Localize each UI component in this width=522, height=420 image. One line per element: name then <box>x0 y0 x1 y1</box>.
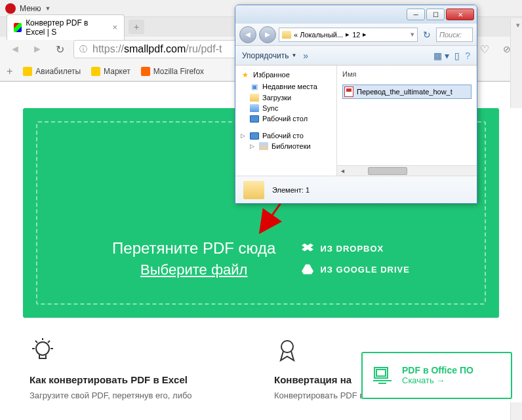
open-icon[interactable]: » <box>303 50 308 61</box>
badge-icon <box>274 337 300 364</box>
chevron-down-icon: ▼ <box>45 5 50 12</box>
bookmark-label: Mozilla Firefox <box>153 67 204 76</box>
back-button[interactable]: ◄ <box>7 41 24 58</box>
svg-point-0 <box>36 342 49 355</box>
folder-icon <box>250 94 259 102</box>
refresh-button[interactable]: ↻ <box>420 28 433 41</box>
url-domain: smallpdf.com <box>124 43 186 54</box>
tree-label: Избранное <box>253 71 290 79</box>
forward-button[interactable]: ► <box>259 26 276 43</box>
file-item[interactable]: Перевод_the_ultimate_how_t <box>342 85 472 99</box>
new-tab-button[interactable]: + <box>129 20 144 34</box>
computer-icon <box>372 365 393 386</box>
chevron-right-icon[interactable]: ▷ <box>241 132 245 139</box>
folder-icon <box>282 31 291 39</box>
organize-label: Упорядочить <box>242 51 289 60</box>
tab-favicon-icon <box>14 23 22 32</box>
view-mode-button[interactable]: ▦ ▾ <box>433 50 449 61</box>
gdrive-icon <box>302 263 313 275</box>
maximize-button[interactable]: ☐ <box>426 9 445 20</box>
tree-recent[interactable]: ▣ Недавние места <box>238 81 334 92</box>
add-bookmark-button[interactable]: + <box>7 66 12 77</box>
preview-pane-button[interactable]: ▯ <box>454 50 460 61</box>
url-protocol: https:// <box>92 43 124 54</box>
organize-menu[interactable]: Упорядочить ▼ <box>242 51 296 60</box>
close-tab-icon[interactable]: × <box>112 22 117 32</box>
chevron-right-icon[interactable]: ▷ <box>250 143 254 149</box>
tree-libraries[interactable]: ▷ Библиотеки <box>238 141 334 151</box>
help-button[interactable]: ? <box>465 50 470 61</box>
gdrive-button[interactable]: ИЗ GOOGLE DRIVE <box>302 263 410 275</box>
dropbox-label: ИЗ DROPBOX <box>320 244 384 254</box>
info-title: Как конвертировать PDF в Excel <box>30 374 248 385</box>
tree-favorites[interactable]: ★ Избранное <box>238 69 334 81</box>
reload-button[interactable]: ↻ <box>51 41 68 58</box>
tab-title: Конвертер PDF в Excel | S <box>26 18 108 37</box>
browser-tab[interactable]: Конвертер PDF в Excel | S × <box>7 14 125 40</box>
server-icon: ⓘ <box>79 44 87 55</box>
tree-label: Sync <box>262 104 278 112</box>
bookmark-icon[interactable]: ♡ <box>476 41 493 58</box>
path-segment: « Локальный... <box>294 31 343 39</box>
promo-download-link[interactable]: Скачать → <box>402 375 473 385</box>
tree-label: Рабочий сто <box>262 132 304 140</box>
titlebar[interactable]: ─ ☐ ✕ <box>235 5 477 24</box>
path-input[interactable]: « Локальный... ▸ 12 ▸ ▾ <box>279 28 418 42</box>
svg-rect-3 <box>376 370 386 376</box>
plane-icon <box>23 67 32 76</box>
firefox-icon <box>141 67 150 76</box>
path-segment: 12 <box>352 31 360 39</box>
menu-button[interactable]: Меню <box>20 4 41 13</box>
dropzone-heading: Перетяните PDF сюда <box>112 239 275 258</box>
bookmark-label: Маркет <box>104 67 130 76</box>
tree-label: Рабочий стол <box>262 115 308 123</box>
gdrive-label: ИЗ GOOGLE DRIVE <box>320 265 410 275</box>
close-button[interactable]: ✕ <box>446 9 474 20</box>
file-name: Перевод_the_ultimate_how_t <box>357 88 452 96</box>
dropbox-button[interactable]: ИЗ DROPBOX <box>302 242 410 254</box>
explorer-toolbar: Упорядочить ▼ » ▦ ▾ ▯ ? <box>235 46 477 66</box>
folder-tree: ★ Избранное ▣ Недавние места Загрузки Sy… <box>235 66 337 176</box>
tree-label: Загрузки <box>262 94 291 102</box>
bookmark-market[interactable]: Маркет <box>91 67 130 76</box>
promo-title: PDF в Office ПО <box>402 365 473 375</box>
bookmark-label: Авиабилеты <box>35 67 81 76</box>
column-header-name[interactable]: Имя <box>342 68 472 81</box>
explorer-nav: ◄ ► « Локальный... ▸ 12 ▸ ▾ ↻ Поиск: <box>235 24 477 46</box>
bookmark-flights[interactable]: Авиабилеты <box>23 67 81 76</box>
tree-label: Библиотеки <box>271 142 311 150</box>
folder-icon <box>243 181 264 199</box>
forward-button[interactable]: ► <box>29 41 46 58</box>
tree-sync[interactable]: Sync <box>238 103 334 113</box>
minimize-button[interactable]: ─ <box>407 9 425 20</box>
info-text: Загрузите свой PDF, перетянув его, либо <box>30 389 248 402</box>
file-explorer-window: ─ ☐ ✕ ◄ ► « Локальный... ▸ 12 ▸ ▾ ↻ Поис… <box>235 5 477 204</box>
tree-desktop[interactable]: Рабочий стол <box>238 113 334 124</box>
tree-desktop2[interactable]: ▷ Рабочий сто <box>238 130 334 141</box>
dropbox-icon <box>302 242 313 254</box>
file-list: Имя Перевод_the_ultimate_how_t ◄ <box>337 66 477 176</box>
lightbulb-icon <box>30 337 56 364</box>
choose-file-link[interactable]: Выберите файл <box>112 261 275 278</box>
tree-downloads[interactable]: Загрузки <box>238 92 334 103</box>
pdf-icon <box>344 86 353 97</box>
chevron-right-icon: ▸ <box>363 30 367 39</box>
back-button[interactable]: ◄ <box>239 26 256 43</box>
explorer-status: Элемент: 1 <box>235 176 477 203</box>
star-icon: ★ <box>241 70 250 79</box>
libraries-icon <box>259 142 268 150</box>
recent-icon: ▣ <box>250 82 259 91</box>
promo-box[interactable]: PDF в Office ПО Скачать → <box>361 352 512 399</box>
bookmark-firefox[interactable]: Mozilla Firefox <box>141 67 204 76</box>
folder-icon <box>250 104 259 112</box>
chevron-down-icon[interactable]: ▾ <box>516 21 520 29</box>
search-input[interactable]: Поиск: <box>436 28 473 42</box>
market-icon <box>91 67 100 76</box>
scroll-thumb[interactable] <box>368 167 407 175</box>
info-howto: Как конвертировать PDF в Excel Загрузите… <box>30 337 248 402</box>
dropdown-icon[interactable]: ▾ <box>411 30 414 39</box>
chevron-right-icon: ▸ <box>346 30 350 39</box>
opera-icon <box>5 3 16 14</box>
scrollbar[interactable]: ◄ <box>337 165 477 176</box>
tree-label: Недавние места <box>262 83 317 90</box>
